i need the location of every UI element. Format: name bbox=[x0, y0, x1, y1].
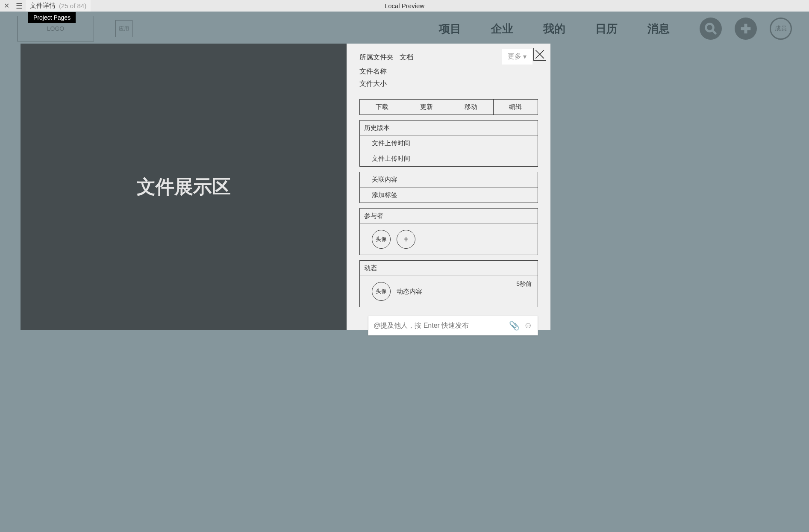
close-icon[interactable]: ✕ bbox=[0, 2, 13, 10]
svg-line-1 bbox=[713, 31, 716, 34]
nav-messages[interactable]: 消息 bbox=[647, 21, 670, 36]
more-dropdown[interactable]: 更多 ▾ bbox=[502, 49, 532, 65]
folder-label: 所属文件夹 bbox=[359, 53, 394, 61]
comment-wrap: 📎 ☺ bbox=[359, 316, 538, 335]
participants-row: 头像 + bbox=[360, 223, 538, 255]
emoji-icon[interactable]: ☺ bbox=[524, 320, 532, 331]
nav-links: 项目 企业 我的 日历 消息 bbox=[439, 21, 670, 36]
activity-section: 动态 头像 动态内容 5秒前 bbox=[359, 260, 538, 307]
history-item[interactable]: 文件上传时间 bbox=[360, 151, 538, 166]
center-title: Local Preview bbox=[385, 2, 424, 9]
activity-avatar: 头像 bbox=[372, 282, 391, 301]
history-header: 历史版本 bbox=[360, 121, 538, 135]
nav-icons: 成员 bbox=[700, 18, 792, 40]
page-title: 文件详情 bbox=[30, 2, 56, 10]
app-button[interactable]: 应用 bbox=[115, 20, 132, 37]
top-bar: ✕ ☰ 文件详情 (25 of 84) Local Preview bbox=[0, 0, 809, 12]
comment-input[interactable] bbox=[374, 322, 509, 329]
page-title-wrap: 文件详情 (25 of 84) bbox=[26, 0, 91, 12]
activity-time: 5秒前 bbox=[516, 280, 532, 288]
attachment-icon[interactable]: 📎 bbox=[509, 320, 520, 331]
bg-header: LOGO 应用 项目 企业 我的 日历 消息 成员 bbox=[0, 12, 809, 46]
file-name-label: 文件名称 bbox=[359, 67, 544, 76]
add-icon[interactable] bbox=[735, 18, 757, 40]
hamburger-icon[interactable]: ☰ bbox=[13, 1, 26, 11]
participant-avatar[interactable]: 头像 bbox=[372, 230, 391, 249]
related-section: 关联内容 添加标签 bbox=[359, 172, 538, 203]
chevron-down-icon: ▾ bbox=[523, 53, 527, 61]
file-display-area: 文件展示区 bbox=[21, 44, 347, 330]
close-modal-button[interactable] bbox=[533, 48, 546, 61]
nav-calendar[interactable]: 日历 bbox=[595, 21, 618, 36]
comment-box: 📎 ☺ bbox=[368, 316, 538, 335]
action-row: 下载 更新 移动 编辑 bbox=[359, 99, 538, 115]
page-counter: (25 of 84) bbox=[59, 2, 86, 9]
file-display-label: 文件展示区 bbox=[137, 174, 231, 200]
move-button[interactable]: 移动 bbox=[449, 100, 494, 115]
main-area: LOGO 应用 项目 企业 我的 日历 消息 成员 文件展示区 bbox=[0, 12, 809, 532]
participants-section: 参与者 头像 + bbox=[359, 208, 538, 255]
update-button[interactable]: 更新 bbox=[404, 100, 449, 115]
nav-projects[interactable]: 项目 bbox=[439, 21, 461, 36]
comment-icons: 📎 ☺ bbox=[509, 320, 532, 331]
file-detail-panel: 更多 ▾ 所属文件夹 文档 文件名称 文件大小 下载 更新 移动 编辑 历史版本… bbox=[347, 44, 550, 330]
add-participant-button[interactable]: + bbox=[397, 230, 415, 249]
member-button[interactable]: 成员 bbox=[770, 18, 792, 40]
folder-value: 文档 bbox=[400, 53, 413, 61]
edit-button[interactable]: 编辑 bbox=[494, 100, 538, 115]
nav-enterprise[interactable]: 企业 bbox=[491, 21, 513, 36]
search-icon[interactable] bbox=[700, 18, 722, 40]
activity-header: 动态 bbox=[360, 261, 538, 276]
file-detail-modal: 文件展示区 更多 ▾ 所属文件夹 文档 文件名称 文件大小 下载 更新 移动 编… bbox=[21, 44, 550, 330]
activity-content: 动态内容 bbox=[397, 288, 422, 296]
download-button[interactable]: 下载 bbox=[360, 100, 404, 115]
history-section: 历史版本 文件上传时间 文件上传时间 bbox=[359, 120, 538, 167]
participants-header: 参与者 bbox=[360, 209, 538, 223]
nav-mine[interactable]: 我的 bbox=[543, 21, 565, 36]
related-header: 关联内容 bbox=[360, 172, 538, 187]
project-pages-tooltip: Project Pages bbox=[28, 12, 76, 23]
file-size-label: 文件大小 bbox=[359, 79, 544, 88]
add-tag-button[interactable]: 添加标签 bbox=[360, 187, 538, 203]
more-label: 更多 bbox=[508, 52, 521, 61]
history-item[interactable]: 文件上传时间 bbox=[360, 135, 538, 151]
activity-item: 头像 动态内容 5秒前 bbox=[360, 276, 538, 307]
svg-point-0 bbox=[706, 24, 714, 32]
